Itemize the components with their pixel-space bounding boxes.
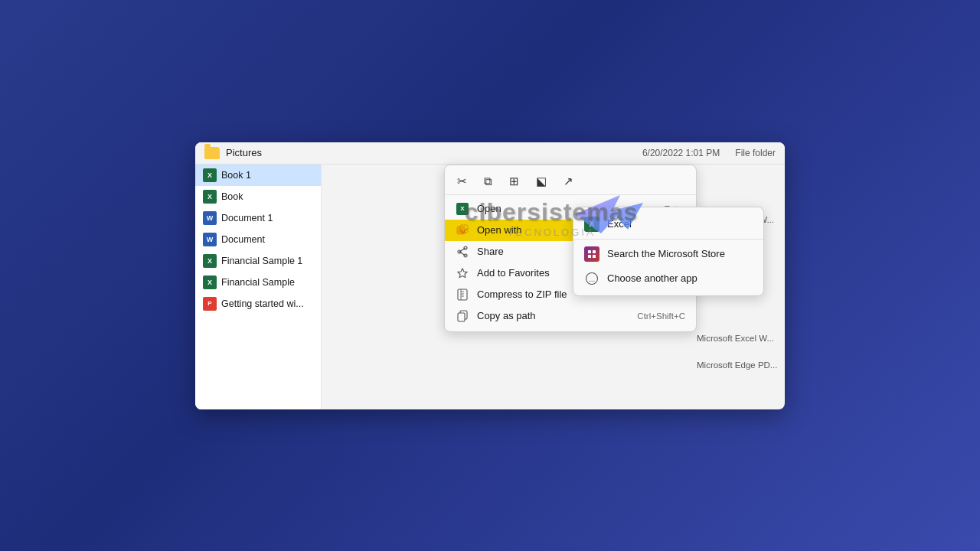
svg-line-7 (459, 252, 466, 256)
file-type-label: File folder (735, 148, 776, 158)
file-name-doc1: Document 1 (221, 213, 273, 223)
excel-icon-book: X (203, 190, 217, 204)
menu-item-copypath[interactable]: Copy as path Ctrl+Shift+C (445, 305, 696, 327)
cut-icon[interactable]: ✂ (454, 173, 470, 190)
paste-icon[interactable]: ⊞ (506, 173, 522, 190)
menu-share-label: Share (477, 246, 504, 257)
star-icon (456, 266, 469, 280)
open-with-submenu: X Excel Search the Microsoft Store (573, 207, 764, 296)
menu-openwith-label: Open with (477, 224, 522, 236)
pdf-icon-getting: P (203, 297, 217, 311)
word-icon-doc1: W (203, 211, 217, 225)
file-list: X Book 1 X Book W Document 1 W Document … (195, 165, 322, 409)
menu-open-label: Open (477, 203, 501, 214)
excel-menu-icon: X (456, 202, 469, 216)
file-item-doc[interactable]: W Document (195, 229, 321, 250)
svg-rect-18 (588, 255, 591, 258)
submenu-separator (573, 239, 763, 240)
svg-text:...: ... (589, 275, 595, 283)
openwith-icon (456, 223, 469, 237)
header-title: Pictures (226, 147, 262, 158)
svg-rect-15 (458, 313, 465, 321)
copy-icon[interactable]: ⧉ (481, 173, 495, 190)
file-date: 6/20/2022 1:01 PM (642, 148, 720, 158)
other-app-icon: ... (584, 271, 599, 286)
zip-icon (456, 288, 469, 302)
submenu-excel-label: Excel (607, 218, 632, 230)
word-icon-doc: W (203, 233, 217, 246)
share-toolbar-icon[interactable]: ⬕ (533, 173, 550, 190)
submenu-item-other[interactable]: ... Choose another app (573, 266, 763, 291)
file-item-getting[interactable]: P Getting started wi... (195, 293, 321, 315)
file-name-book: Book (221, 191, 243, 202)
folder-icon (204, 147, 220, 159)
submenu-item-excel[interactable]: X Excel (573, 212, 763, 236)
file-item-book1[interactable]: X Book 1 (195, 165, 321, 186)
export-icon[interactable]: ↗ (560, 173, 577, 190)
main-content: X Book 1 X Book W Document 1 W Document … (195, 165, 785, 409)
file-name-financial1: Financial Sample 1 (221, 256, 302, 266)
excel-submenu-icon: X (584, 217, 599, 232)
store-submenu-icon (584, 246, 599, 262)
submenu-item-store[interactable]: Search the Microsoft Store (573, 242, 763, 266)
right-entry-3: Microsoft Edge PD... (697, 356, 777, 375)
file-item-financial[interactable]: X Financial Sample (195, 272, 321, 293)
explorer-header: Pictures 6/20/2022 1:01 PM File folder (195, 142, 785, 165)
file-item-financial1[interactable]: X Financial Sample 1 (195, 250, 321, 272)
file-item-doc1[interactable]: W Document 1 (195, 207, 321, 229)
file-name-doc: Document (221, 234, 265, 245)
svg-marker-8 (458, 269, 467, 278)
svg-rect-16 (588, 250, 591, 253)
right-entry-2: Microsoft Excel W... (697, 329, 777, 348)
file-name-getting: Getting started wi... (221, 298, 304, 309)
menu-compress-label: Compress to ZIP file (477, 289, 567, 300)
svg-rect-9 (458, 289, 467, 300)
share-icon (456, 245, 469, 259)
menu-favorites-label: Add to Favorites (477, 267, 550, 279)
copypath-icon (456, 309, 469, 323)
svg-rect-17 (593, 250, 596, 253)
file-item-book[interactable]: X Book (195, 186, 321, 207)
excel-icon-book1: X (203, 168, 217, 182)
submenu-other-label: Choose another app (607, 272, 697, 284)
excel-icon-financial1: X (203, 254, 217, 268)
header-meta: 6/20/2022 1:01 PM File folder (642, 148, 776, 158)
svg-line-6 (459, 248, 466, 252)
submenu-store-label: Search the Microsoft Store (607, 248, 725, 259)
file-name-book1: Book 1 (221, 170, 251, 181)
svg-rect-19 (593, 255, 596, 258)
context-area: cibersistemas TECNOLOGIA (322, 165, 785, 409)
file-name-financial: Financial Sample (221, 277, 295, 288)
menu-copypath-shortcut: Ctrl+Shift+C (637, 311, 685, 321)
file-explorer-window: Pictures 6/20/2022 1:01 PM File folder X… (195, 142, 785, 409)
excel-icon-financial: X (203, 276, 217, 289)
menu-copypath-label: Copy as path (477, 310, 536, 321)
context-menu-toolbar: ✂ ⧉ ⊞ ⬕ ↗ (445, 170, 696, 195)
